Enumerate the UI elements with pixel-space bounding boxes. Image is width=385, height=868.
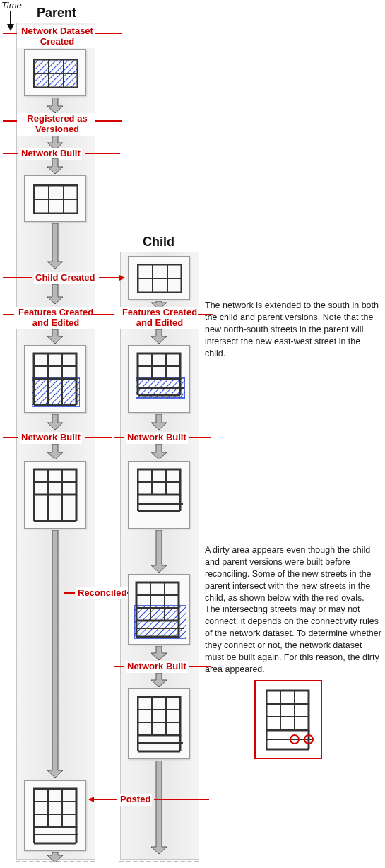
network-icon [33,467,78,524]
flow-arrow-icon [47,98,63,113]
event-tick [85,153,120,154]
event-child-created: Child Created [34,272,97,284]
svg-marker-65 [151,414,167,430]
flow-arrow-icon [47,329,63,344]
event-features-child: Features Created and Edited [119,307,200,329]
svg-marker-17 [47,329,63,344]
flow-arrow-icon [47,223,63,269]
state-box-parent-4 [24,461,86,529]
parent-column-title: Parent [37,6,76,20]
time-arrow-icon [6,11,16,31]
event-tick [3,437,18,438]
state-box-parent-1 [24,49,86,96]
state-box-child-3 [128,461,190,529]
flow-arrow-icon [151,673,167,687]
event-tick [64,592,75,594]
intersection-oval-icon [304,734,314,744]
flow-arrow-icon [151,329,167,344]
network-icon [33,787,78,846]
state-box-child-2 [128,345,190,413]
network-icon [137,264,182,293]
event-nd-created: Network Dataset Created [17,25,97,48]
network-icon [137,695,184,754]
event-tick [114,666,124,667]
state-box-child-1 [128,256,190,300]
state-box-child-4 [128,574,190,645]
svg-marker-87 [151,673,167,687]
inset-detail-box [254,680,322,759]
event-tick [3,153,18,154]
svg-marker-55 [151,329,167,344]
child-column-title: Child [143,235,174,250]
explanation-paragraph-1: The network is extended to the south in … [205,300,381,359]
flow-arrow-icon [151,444,167,459]
flow-arrow-icon [47,530,63,778]
svg-marker-2 [7,24,14,31]
svg-marker-29 [47,444,63,459]
network-icon [33,59,78,88]
event-posted: Posted [119,794,152,806]
svg-marker-86 [151,646,167,660]
event-tick-arrow [99,277,124,278]
svg-marker-10 [47,158,63,174]
network-icon [136,351,185,408]
flow-arrow-icon [47,158,63,174]
flow-arrow-icon [47,414,63,430]
time-axis-label: Time [1,0,22,11]
event-reconciled: Reconciled [76,587,128,599]
explanation-paragraph-2: A dirty area appears even though the chi… [205,544,381,676]
svg-marker-28 [47,414,63,430]
event-tick [3,277,32,278]
event-net-built-c1: Network Built [126,432,188,444]
flow-arrow-icon [151,761,167,854]
flow-arrow-icon [47,444,63,459]
svg-marker-97 [151,761,167,854]
svg-marker-16 [47,284,63,304]
state-box-parent-5 [24,780,86,851]
svg-rect-88 [138,697,180,735]
network-icon [134,580,186,640]
event-tick [3,120,17,122]
flow-arrow-icon [151,414,167,430]
state-box-parent-2 [24,175,86,222]
event-net-built-p2: Network Built [20,432,82,444]
intersection-oval-icon [290,734,300,744]
event-tick [154,799,209,800]
network-icon [137,467,184,524]
diagram-canvas: Time Parent Child Network Dataset Create… [0,0,385,868]
event-tick [95,33,122,34]
svg-rect-18 [32,378,80,406]
svg-rect-40 [34,789,76,827]
event-tick [189,437,211,438]
network-icon [32,351,80,408]
event-tick [93,314,114,315]
svg-marker-15 [47,223,63,269]
svg-marker-8 [47,98,63,113]
svg-marker-49 [47,852,63,862]
event-features-parent: Features Created and Edited [16,307,96,329]
event-tick [85,437,112,438]
event-registered: Registered as Versioned [17,113,97,136]
event-tick-arrow [89,799,117,800]
network-icon [33,184,78,214]
flow-arrow-icon [151,530,167,573]
event-net-built-c2: Network Built [126,661,188,673]
event-tick [3,33,17,34]
flow-arrow-icon [47,852,63,862]
event-tick [95,120,122,122]
state-box-child-5 [128,688,190,759]
svg-rect-98 [266,691,309,730]
flow-arrow-icon [151,646,167,660]
event-tick [114,437,124,438]
svg-marker-75 [151,530,167,573]
svg-marker-66 [151,444,167,459]
event-tick [3,314,14,315]
svg-marker-39 [47,530,63,778]
state-box-parent-3 [24,345,86,413]
flow-arrow-icon [47,284,63,304]
child-lane-continues [119,861,199,862]
